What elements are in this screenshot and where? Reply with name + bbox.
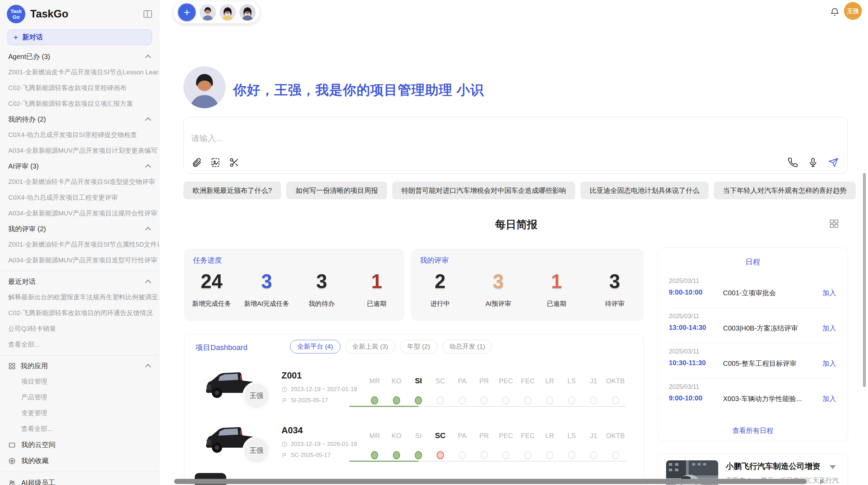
event-join-link[interactable]: 加入 (822, 288, 836, 298)
app-logo: Task Go (7, 5, 25, 23)
milestone-dot (502, 396, 509, 405)
milestone-dot (459, 451, 466, 459)
dashboard-filter-chip[interactable]: 动总开发 (1) (442, 340, 493, 353)
event-join-link[interactable]: 加入 (822, 359, 836, 368)
stat-value: 3 (469, 270, 528, 293)
new-chat-button[interactable]: + 新对话 (8, 29, 152, 45)
project-dates-text: 2023-12-19 ~ 2027-01-19 (291, 386, 357, 393)
milestone-dot (415, 451, 422, 459)
schedule-event[interactable]: 2025/03/1113:00-14:30C003|H0B-方案冻结评审加入 (658, 308, 848, 343)
milestone: FEC (517, 374, 539, 405)
horizontal-scrollbar[interactable] (174, 479, 807, 484)
microphone-icon[interactable] (808, 157, 818, 168)
sidebar-item[interactable]: C02-飞腾新能源轻客改款项目里程碑画布 (0, 80, 159, 96)
attachment-icon[interactable] (191, 157, 202, 168)
favorites-badge-icon (8, 457, 16, 465)
scroll-down-arrow-icon[interactable] (830, 465, 836, 469)
sidebar-item-favorites[interactable]: 我的收藏 (0, 453, 159, 469)
milestone-dot (590, 396, 597, 405)
project-row[interactable]: 王强Z0012023-12-19 ~ 2027-01-19SI-2025-05-… (184, 360, 643, 415)
sidebar-item[interactable]: C02-飞腾新能源轻客改款项目的闭环通告反馈情况 (0, 305, 159, 321)
chevron-up-icon (145, 164, 151, 170)
milestone: SI (408, 374, 430, 405)
image-upload-icon[interactable] (210, 157, 221, 168)
sidebar-item-cloud-space[interactable]: 我的云空间 (0, 437, 159, 453)
sidebar-item[interactable]: A034-全新新能源MUV产品开发项目法规符合性评审 (0, 206, 159, 221)
sidebar-item[interactable]: 查看全部... (0, 337, 159, 352)
sidebar-item[interactable]: 公司Q3轻卡销量 (0, 321, 159, 337)
sidebar-section-header[interactable]: 我的评审 (2) (0, 221, 159, 237)
new-chat-label: 新对话 (22, 33, 43, 42)
event-join-link[interactable]: 加入 (822, 324, 836, 333)
notification-bell-icon[interactable] (830, 7, 840, 18)
agent-avatar[interactable] (239, 4, 256, 21)
layout-grid-icon[interactable] (829, 219, 839, 229)
message-input[interactable] (191, 132, 775, 149)
stat-label: 已逾期 (528, 299, 586, 308)
view-all-schedule-link[interactable]: 查看所有日程 (658, 426, 848, 435)
dashboard-filter-chip[interactable]: 全新上装 (3) (345, 340, 396, 353)
sidebar-app-item[interactable]: 产品管理 (0, 389, 159, 405)
sidebar-item[interactable]: A034-全新新能源MUV产品开发项目计划变更表编写 (0, 143, 159, 159)
suggestion-chip[interactable]: 特朗普可能对进口汽车增税会对中国车企造成哪些影响 (392, 182, 575, 199)
agent-avatar[interactable] (219, 4, 236, 21)
user-avatar[interactable]: 王强 (844, 2, 862, 20)
sidebar-item[interactable]: 解释最新出台的欧盟报废车法规再生塑料比例被调至15%... (0, 289, 159, 305)
dashboard-filter-chip[interactable]: 全新平台 (4) (290, 340, 340, 353)
suggestion-chip[interactable]: 欧洲新规最近颁布了什么? (183, 182, 281, 199)
stat-value: 2 (411, 270, 469, 293)
phone-call-icon[interactable] (787, 157, 798, 168)
milestone: J1 (582, 429, 604, 459)
project-row[interactable]: 王强A0342023-12-19 ~ 2026-01-19SC-2025-05-… (184, 415, 643, 470)
sidebar-app-item[interactable]: 查看全部... (0, 421, 159, 437)
sidebar-section-header[interactable]: AI评审 (3) (0, 159, 159, 174)
milestone: PEC (495, 374, 517, 405)
section-title-wrap: AI评审 (3) (8, 162, 39, 171)
sidebar-item[interactable]: Z001-全新燃油轻卡产品开发项目SI造型提交物评审 (0, 174, 159, 190)
sidebar-app-item[interactable]: 变更管理 (0, 405, 159, 421)
sidebar: Task Go TaskGo + 新对话 Agent已办 (3)Z001-全新燃… (0, 0, 159, 485)
sidebar-item[interactable]: Z001-全新燃油皮卡产品开发项目SI节点Lesson Learn报告 (0, 64, 159, 80)
agent-avatar[interactable] (200, 4, 216, 21)
section-title-wrap: 我的待办 (2) (8, 115, 46, 124)
stat-label: 我的待办 (294, 299, 349, 308)
milestone-dot (481, 396, 488, 405)
send-icon[interactable] (828, 157, 839, 168)
scroll-right-arrow-icon[interactable] (820, 479, 824, 484)
suggestion-chip[interactable]: 如何写一份清晰的项目周报 (286, 182, 387, 199)
sidebar-item[interactable]: Z001-全新燃油轻卡产品开发项目SI节点属性5D文件评审 (0, 237, 159, 252)
milestone-label: LS (560, 374, 582, 387)
section-title: Agent已办 (3) (8, 52, 50, 61)
sidebar-section-header[interactable]: 我的待办 (2) (0, 112, 159, 127)
milestone-dot (481, 451, 488, 459)
suggestion-chip[interactable]: 当下年轻人对汽车外观有怎样的喜好趋势 (714, 182, 856, 199)
sidebar-item[interactable]: C02-飞腾新能源轻客改款项目立项汇报方案 (0, 96, 159, 112)
milestone: SI (408, 429, 430, 459)
milestone: LS (560, 429, 582, 459)
sidebar-section-header[interactable]: Agent已办 (3) (0, 49, 159, 64)
stat-item: 24新增完成任务 (184, 270, 239, 308)
sidebar-item-label: AI超级员工 (21, 478, 55, 485)
sidebar-section-my-apps[interactable]: 我的应用 (0, 358, 159, 374)
scissors-icon[interactable] (229, 157, 240, 168)
sidebar-section-recent[interactable]: 最近对话 (0, 274, 159, 289)
suggestion-chip[interactable]: 比亚迪全固态电池计划具体说了什么 (580, 182, 709, 199)
schedule-event[interactable]: 2025/03/119:00-10:00C001-立项审批会加入 (658, 273, 848, 308)
collapse-sidebar-icon[interactable] (143, 9, 153, 19)
sidebar-app-item[interactable]: 项目管理 (0, 374, 159, 389)
event-join-link[interactable]: 加入 (822, 394, 836, 403)
timeline-columns: MRKOSISCPAPRPECFECLRLSJ1OKTB (364, 374, 626, 405)
add-agent-button[interactable]: + (178, 3, 196, 22)
sidebar-item-ai-super-staff[interactable]: AI超级员工 (0, 475, 159, 485)
dashboard-filter-chip[interactable]: 年型 (2) (400, 340, 437, 353)
logo-line2: Go (13, 14, 20, 20)
vertical-scrollbar[interactable] (863, 173, 866, 387)
schedule-event[interactable]: 2025/03/1110:30-11:30C005-整车工程目标评审加入 (658, 343, 848, 378)
sidebar-item[interactable]: C0X4-动力总成开发项目SI里程碑提交物检查 (0, 127, 159, 143)
sidebar-item[interactable]: A034-全新新能源MUV产品开发项目造型可行性评审 (0, 252, 159, 268)
milestone: PA (451, 374, 473, 405)
schedule-event[interactable]: 2025/03/119:00-10:00X003-车辆动力学性能验...加入 (658, 378, 848, 414)
project-dates-text: 2023-12-19 ~ 2026-01-19 (291, 441, 357, 448)
sidebar-item[interactable]: C0X4-动力总成开发项目工程变更评审 (0, 190, 159, 206)
stat-label: AI预评审 (469, 299, 528, 308)
